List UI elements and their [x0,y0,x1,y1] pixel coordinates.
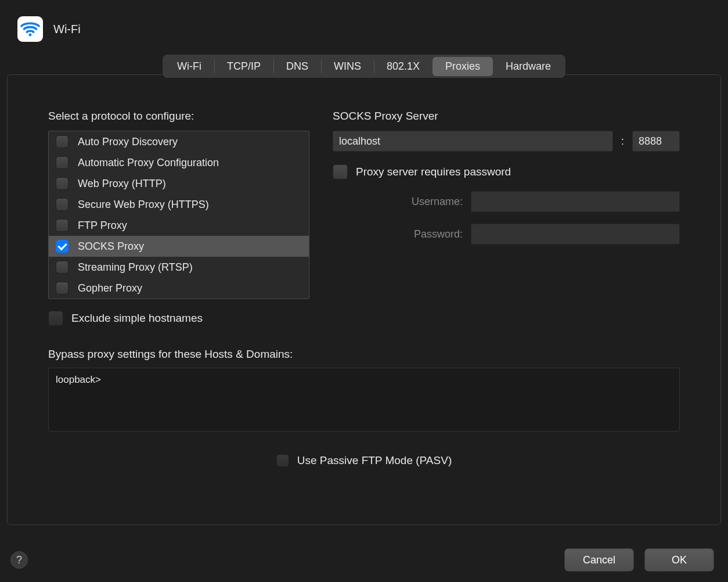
tab-hardware[interactable]: Hardware [493,57,564,76]
bypass-label: Bypass proxy settings for these Hosts & … [48,348,680,361]
page-title: Wi-Fi [53,23,81,36]
footer: ? Cancel OK [0,548,728,572]
requires-password-label: Proxy server requires password [356,166,511,178]
protocol-checkbox[interactable] [56,198,69,211]
exclude-simple-hostnames-row[interactable]: Exclude simple hostnames [48,311,309,326]
protocol-label: Gopher Proxy [78,282,142,294]
protocol-item[interactable]: Auto Proxy Discovery [49,131,309,152]
protocol-item[interactable]: FTP Proxy [49,215,309,236]
tab-dns[interactable]: DNS [273,57,321,76]
protocol-checkbox[interactable] [56,177,69,190]
tab-wi-fi[interactable]: Wi-Fi [164,57,214,76]
protocol-item[interactable]: Gopher Proxy [49,278,309,299]
username-label: Username: [364,196,463,208]
proxy-port-input[interactable] [632,131,680,152]
protocol-item[interactable]: Secure Web Proxy (HTTPS) [49,194,309,215]
proxy-host-input[interactable] [333,131,613,152]
protocol-label: Secure Web Proxy (HTTPS) [78,199,209,211]
protocol-checkbox[interactable] [56,156,69,169]
tab-proxies[interactable]: Proxies [433,57,493,76]
protocol-checkbox[interactable] [56,261,69,274]
help-button[interactable]: ? [10,551,28,569]
header: Wi-Fi [0,0,728,42]
passive-ftp-row[interactable]: Use Passive FTP Mode (PASV) [48,454,680,467]
protocol-checkbox[interactable] [56,240,69,253]
requires-password-row[interactable]: Proxy server requires password [333,164,680,179]
username-input[interactable] [471,191,680,212]
proxy-server-label: SOCKS Proxy Server [333,110,680,123]
host-port-separator: : [621,135,624,148]
tab-tcp-ip[interactable]: TCP/IP [214,57,273,76]
tab-wins[interactable]: WINS [321,57,374,76]
protocol-item[interactable]: SOCKS Proxy [49,236,309,257]
protocol-checkbox[interactable] [56,282,69,294]
protocol-label: Automatic Proxy Configuration [78,157,219,169]
protocol-select-label: Select a protocol to configure: [48,110,309,123]
protocol-label: SOCKS Proxy [78,240,144,253]
tabbar: Wi-FiTCP/IPDNSWINS802.1XProxiesHardware [163,55,565,78]
exclude-simple-hostnames-label: Exclude simple hostnames [71,312,203,325]
protocol-label: Streaming Proxy (RTSP) [78,261,193,274]
password-label: Password: [364,228,463,240]
protocol-item[interactable]: Streaming Proxy (RTSP) [49,257,309,278]
protocol-label: Auto Proxy Discovery [78,136,178,148]
protocol-checkbox[interactable] [56,219,69,232]
exclude-simple-hostnames-checkbox[interactable] [48,311,63,326]
passive-ftp-checkbox[interactable] [276,454,289,467]
protocol-checkbox[interactable] [56,135,69,148]
protocol-item[interactable]: Web Proxy (HTTP) [49,173,309,194]
wifi-icon [17,16,43,42]
password-input[interactable] [471,224,680,245]
settings-panel: Select a protocol to configure: Auto Pro… [7,74,721,525]
protocol-list: Auto Proxy DiscoveryAutomatic Proxy Conf… [48,131,309,299]
requires-password-checkbox[interactable] [333,164,348,179]
protocol-label: FTP Proxy [78,220,127,232]
cancel-button[interactable]: Cancel [564,548,634,572]
protocol-label: Web Proxy (HTTP) [78,178,166,190]
bypass-textarea[interactable] [48,368,680,432]
svg-point-0 [29,34,32,37]
protocol-item[interactable]: Automatic Proxy Configuration [49,152,309,173]
passive-ftp-label: Use Passive FTP Mode (PASV) [297,454,452,467]
ok-button[interactable]: OK [644,548,714,572]
tab-802-1x[interactable]: 802.1X [374,57,433,76]
